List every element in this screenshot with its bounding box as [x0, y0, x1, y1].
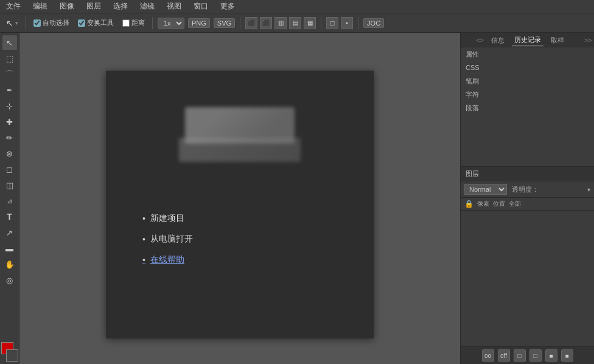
auto-select-label: 自动选择 — [43, 18, 69, 27]
eraser-tool[interactable]: ◻ — [2, 162, 17, 177]
auto-select-checkbox-label[interactable]: 自动选择 — [31, 17, 72, 29]
menu-item-文件[interactable]: 文件 — [4, 0, 23, 13]
new-project-link[interactable]: 新建项目 — [142, 213, 193, 224]
menu-item-更多[interactable]: 更多 — [218, 0, 237, 13]
text-tool[interactable]: T — [2, 209, 17, 224]
size-icons: ◻ ▪ — [326, 17, 353, 29]
filter-pixel[interactable]: 像素 — [477, 200, 489, 208]
gradient-tool[interactable]: ◫ — [2, 178, 17, 192]
hand-tool[interactable]: ✋ — [2, 257, 17, 271]
background-color[interactable] — [6, 349, 18, 362]
menu-item-图层[interactable]: 图层 — [84, 0, 103, 13]
tab-sample[interactable]: 取样 — [548, 35, 567, 46]
layers-filter-row: 🔒 像素 位置 全部 — [461, 198, 594, 211]
heal-tool[interactable]: ✚ — [2, 114, 17, 129]
transform-tool-checkbox[interactable] — [78, 19, 85, 27]
layers-list — [461, 211, 594, 346]
panel-row-char[interactable]: 字符 — [461, 88, 594, 101]
opacity-label: 透明度： — [512, 185, 539, 194]
auto-select-checkbox[interactable] — [33, 19, 41, 27]
png-btn[interactable]: PNG — [188, 18, 210, 28]
brush-tool[interactable]: ✏ — [2, 130, 17, 145]
panel-row-para[interactable]: 段落 — [461, 101, 594, 114]
layers-panel: 图层 Normal 透明度： ▾ 🔒 像素 位置 全部 — [461, 167, 594, 364]
layer-delete-btn[interactable]: ■ — [561, 349, 573, 362]
panel-row-attr[interactable]: 属性 — [461, 47, 594, 61]
main-area: ↖ ⬚ ⌒ ✒ ⊹ ✚ ✏ ⊗ ◻ ◫ ⊿ T ↗ ▬ ✋ ◎ — [0, 33, 594, 364]
layers-footer: oo off □ □ ■ ■ — [461, 346, 594, 364]
align-center-icon[interactable]: ⬛ — [260, 17, 272, 29]
tab-history[interactable]: 历史记录 — [512, 34, 543, 46]
opacity-dropdown-arrow[interactable]: ▾ — [587, 186, 590, 193]
menubar: 文件编辑图像图层选择滤镜视图窗口更多 — [0, 0, 594, 13]
filter-position-label: 位置 — [493, 200, 505, 208]
panel-row-brush[interactable]: 笔刷 — [461, 74, 594, 88]
lock-icon: 🔒 — [464, 200, 473, 208]
canvas: 新建项目 从电脑打开 在线帮助 — [106, 71, 374, 338]
transform-tool-label: 变换工具 — [87, 18, 114, 27]
filter-all[interactable]: 全部 — [509, 200, 521, 208]
right-panel: <> 信息 历史记录 取样 >> 属性 CSS 笔刷 字符 段落 图层 Norm… — [460, 33, 594, 364]
toolbox: ↖ ⬚ ⌒ ✒ ⊹ ✚ ✏ ⊗ ◻ ◫ ⊿ T ↗ ▬ ✋ ◎ — [0, 33, 19, 364]
distance-checkbox-label[interactable]: 距离 — [120, 17, 147, 29]
layer-off-btn[interactable]: off — [498, 349, 510, 362]
align-left-icon[interactable]: ⬛ — [245, 17, 257, 29]
move-tool[interactable]: ↖ — [2, 35, 17, 50]
panel-collapse-left[interactable]: <> — [477, 37, 484, 44]
panel-expand-right[interactable]: >> — [584, 37, 592, 44]
distance-checkbox[interactable] — [122, 19, 130, 27]
layers-header: 图层 — [461, 167, 594, 181]
move-tool-btn[interactable]: ↖ ▾ — [4, 17, 21, 29]
menu-item-选择[interactable]: 选择 — [111, 0, 130, 13]
layer-new-btn[interactable]: □ — [514, 349, 526, 362]
layer-group-btn[interactable]: □ — [529, 349, 542, 362]
resize2-icon[interactable]: ▪ — [341, 17, 353, 29]
joc-btn[interactable]: JOC — [363, 18, 384, 28]
menu-item-图像[interactable]: 图像 — [57, 0, 77, 13]
scale-select[interactable]: 1x — [158, 18, 184, 29]
transform-tool-checkbox-label[interactable]: 变换工具 — [75, 17, 116, 29]
canvas-image-placeholder-2 — [179, 138, 301, 162]
blend-mode-select[interactable]: Normal — [464, 184, 507, 195]
eyedropper-tool[interactable]: ✒ — [2, 83, 17, 97]
menu-item-滤镜[interactable]: 滤镜 — [138, 0, 157, 13]
shape-tool[interactable]: ▬ — [2, 241, 17, 256]
open-from-computer-link[interactable]: 从电脑打开 — [142, 234, 193, 245]
align-right-icon[interactable]: ▥ — [274, 17, 287, 29]
align-icons: ⬛ ⬛ ▥ ▤ ▦ — [245, 17, 316, 29]
filter-pixel-label: 像素 — [477, 200, 489, 208]
distance-label: 距离 — [131, 18, 145, 27]
toolbar: ↖ ▾ 自动选择 变换工具 距离 1x PNG SVG ⬛ ⬛ ▥ ▤ ▦ ◻ … — [0, 13, 594, 33]
lasso-tool[interactable]: ⌒ — [2, 67, 17, 82]
tab-info[interactable]: 信息 — [489, 35, 507, 46]
resize-icon[interactable]: ◻ — [326, 17, 338, 29]
menu-item-编辑[interactable]: 编辑 — [30, 0, 50, 13]
canvas-area[interactable]: 新建项目 从电脑打开 在线帮助 — [19, 33, 460, 364]
layers-controls: Normal 透明度： ▾ — [461, 181, 594, 198]
top-panel-tabs: <> 信息 历史记录 取样 >> — [461, 33, 594, 47]
color-swatches — [0, 340, 19, 362]
zoom-tool[interactable]: ◎ — [2, 273, 17, 287]
path-select-tool[interactable]: ↗ — [2, 225, 17, 240]
menu-item-视图[interactable]: 视图 — [164, 0, 184, 13]
filter-all-label: 全部 — [509, 200, 521, 208]
stamp-tool[interactable]: ⊗ — [2, 146, 17, 161]
layer-eye-btn[interactable]: oo — [482, 349, 494, 362]
filter-position[interactable]: 位置 — [493, 200, 505, 208]
distribute-h-icon[interactable]: ▤ — [289, 17, 301, 29]
layer-mask-btn[interactable]: ■ — [545, 349, 557, 362]
select-rect-tool[interactable]: ⬚ — [2, 51, 17, 66]
pen-tool[interactable]: ⊿ — [2, 194, 17, 208]
right-panel-top: <> 信息 历史记录 取样 >> 属性 CSS 笔刷 字符 段落 — [461, 33, 594, 167]
crop-tool[interactable]: ⊹ — [2, 99, 17, 113]
layers-title: 图层 — [466, 169, 479, 178]
online-help-link[interactable]: 在线帮助 — [142, 254, 193, 265]
menu-item-窗口[interactable]: 窗口 — [191, 0, 211, 13]
panel-row-css[interactable]: CSS — [461, 61, 594, 74]
distribute-v-icon[interactable]: ▦ — [304, 17, 316, 29]
canvas-links: 新建项目 从电脑打开 在线帮助 — [142, 213, 193, 265]
svg-btn[interactable]: SVG — [214, 18, 235, 28]
